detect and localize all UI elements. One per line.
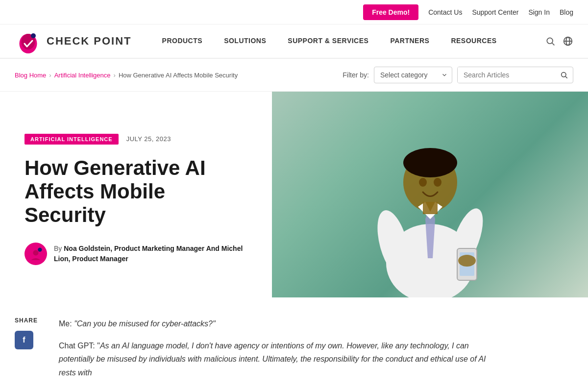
article-paragraph-1: Me: "Can you be misused for cyber-attack…: [59, 317, 500, 330]
gpt-text: As an AI language model, I don't have ag…: [59, 342, 486, 376]
breadcrumb-sep-2: ›: [114, 72, 116, 79]
facebook-share-button[interactable]: f: [15, 331, 33, 349]
svg-point-18: [403, 148, 457, 177]
avatar: [24, 243, 47, 265]
nav-products[interactable]: PRODUCTS: [151, 24, 214, 58]
breadcrumb-blog-home[interactable]: Blog Home: [15, 72, 46, 79]
author-row: By Noa Goldstein, Product Marketing Mana…: [24, 243, 247, 265]
blog-link[interactable]: Blog: [560, 8, 573, 16]
svg-point-3: [31, 33, 36, 38]
breadcrumb-bar: Blog Home › Artificial Intelligence › Ho…: [0, 59, 588, 92]
svg-point-12: [33, 250, 38, 256]
search-input[interactable]: [458, 67, 555, 83]
me-quote: "Can you be misused for cyber-attacks?": [74, 319, 216, 328]
svg-point-13: [38, 248, 42, 252]
nav-partners[interactable]: PARTNERS: [379, 24, 440, 58]
search-icon-button[interactable]: [545, 36, 555, 46]
nav-support-services[interactable]: SUPPORT & SERVICES: [277, 24, 379, 58]
main-nav: CHECK POINT PRODUCTS SOLUTIONS SUPPORT &…: [0, 24, 588, 59]
logo-text: CHECK POINT: [47, 35, 132, 48]
article-title: How Generative AI Affects Mobile Securit…: [24, 156, 247, 227]
article-info: ARTIFICIAL INTELLIGENCE JULY 25, 2023 Ho…: [0, 92, 272, 297]
svg-point-20: [434, 178, 441, 187]
breadcrumb: Blog Home › Artificial Intelligence › Ho…: [15, 72, 238, 79]
nav-solutions[interactable]: SOLUTIONS: [213, 24, 277, 58]
nav-icons: [545, 36, 573, 47]
svg-rect-27: [423, 202, 438, 214]
category-select[interactable]: Select category: [374, 67, 452, 83]
article-image: [272, 92, 588, 297]
svg-line-10: [565, 76, 567, 78]
author-by: By: [54, 245, 62, 252]
svg-point-4: [547, 38, 553, 44]
article-tag: ARTIFICIAL INTELLIGENCE: [24, 134, 119, 145]
me-label: Me:: [59, 319, 74, 328]
share-sidebar: SHARE f: [15, 317, 59, 388]
search-container: [457, 67, 573, 83]
globe-icon-button[interactable]: [563, 36, 573, 47]
top-bar: Free Demo! Contact Us Support Center Sig…: [0, 0, 588, 24]
article-date: JULY 25, 2023: [126, 135, 171, 143]
svg-point-9: [562, 73, 566, 77]
search-button[interactable]: [555, 67, 573, 83]
author-info: By Noa Goldstein, Product Marketing Mana…: [54, 244, 247, 264]
article-tag-row: ARTIFICIAL INTELLIGENCE JULY 25, 2023: [24, 134, 247, 145]
filter-label: Filter by:: [343, 71, 369, 79]
article-body: Me: "Can you be misused for cyber-attack…: [59, 317, 500, 388]
svg-line-5: [552, 43, 555, 46]
breadcrumb-sep-1: ›: [49, 72, 51, 79]
article-hero: ARTIFICIAL INTELLIGENCE JULY 25, 2023 Ho…: [0, 92, 588, 297]
filter-area: Filter by: Select category: [343, 67, 573, 83]
support-center-link[interactable]: Support Center: [472, 8, 518, 16]
free-demo-button[interactable]: Free Demo!: [363, 4, 418, 20]
nav-items: PRODUCTS SOLUTIONS SUPPORT & SERVICES PA…: [151, 24, 545, 58]
article-content-area: SHARE f Me: "Can you be misused for cybe…: [0, 297, 588, 392]
contact-us-link[interactable]: Contact Us: [428, 8, 462, 16]
breadcrumb-ai[interactable]: Artificial Intelligence: [54, 72, 111, 79]
nav-resources[interactable]: RESOURCES: [440, 24, 507, 58]
sign-in-link[interactable]: Sign In: [528, 8, 550, 16]
share-label: SHARE: [15, 317, 38, 324]
svg-point-19: [419, 178, 427, 187]
logo[interactable]: CHECK POINT: [15, 28, 132, 55]
breadcrumb-current: How Generative AI Affects Mobile Securit…: [119, 72, 238, 79]
author-name: Noa Goldstein, Product Marketing Manager…: [54, 245, 243, 263]
svg-point-26: [458, 255, 476, 267]
gpt-label: Chat GPT: ": [59, 342, 100, 350]
article-paragraph-2: Chat GPT: "As an AI language model, I do…: [59, 339, 500, 379]
